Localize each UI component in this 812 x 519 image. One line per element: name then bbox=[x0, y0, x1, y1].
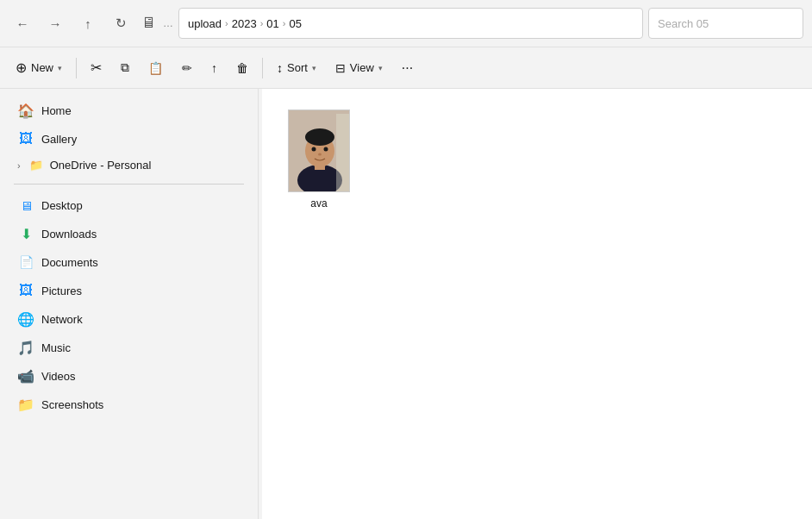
view-label: View bbox=[350, 61, 374, 74]
toolbar-separator-2 bbox=[262, 58, 263, 78]
main-layout: 🏠 Home 🖼 Gallery › 📁 OneDrive - Personal… bbox=[0, 89, 812, 519]
network-icon: 🌐 bbox=[17, 310, 34, 328]
sidebar-item-downloads-label: Downloads bbox=[41, 228, 221, 241]
cut-icon: ✂ bbox=[91, 59, 102, 76]
videos-icon: 📹 bbox=[17, 367, 34, 385]
onedrive-icon: 📁 bbox=[29, 159, 43, 172]
sidebar-item-gallery[interactable]: 🖼 Gallery bbox=[3, 125, 254, 153]
sidebar-item-screenshots[interactable]: 📁 Screenshots 📌 bbox=[3, 391, 254, 418]
desktop-icon: 🖥 bbox=[17, 197, 34, 214]
address-bar: ← → ↑ ↻ 🖥 … upload › 2023 › 01 › 05 Sear… bbox=[0, 0, 812, 47]
rename-button[interactable]: ✏ bbox=[173, 53, 201, 84]
breadcrumb-01[interactable]: 01 bbox=[266, 17, 278, 30]
refresh-button[interactable]: ↻ bbox=[107, 9, 134, 37]
forward-button[interactable]: → bbox=[41, 9, 69, 37]
sort-label: Sort bbox=[287, 61, 308, 74]
up-button[interactable]: ↑ bbox=[74, 9, 102, 37]
view-icon: ⊟ bbox=[335, 61, 346, 75]
svg-point-7 bbox=[318, 153, 322, 156]
file-thumbnail-ava bbox=[288, 109, 350, 192]
sidebar-item-desktop[interactable]: 🖥 Desktop 📌 bbox=[3, 191, 254, 219]
sidebar-item-screenshots-label: Screenshots bbox=[41, 398, 221, 411]
onedrive-expand-arrow: › bbox=[17, 160, 21, 171]
new-button[interactable]: ⊕ New ▾ bbox=[7, 53, 71, 84]
sidebar-item-pictures-label: Pictures bbox=[41, 285, 221, 297]
sidebar-item-home[interactable]: 🏠 Home bbox=[3, 97, 254, 124]
svg-point-5 bbox=[312, 147, 316, 152]
screenshots-icon: 📁 bbox=[17, 396, 34, 413]
new-icon: ⊕ bbox=[16, 59, 27, 76]
svg-point-6 bbox=[324, 147, 328, 152]
sort-caret: ▾ bbox=[312, 64, 316, 72]
more-button[interactable]: ··· bbox=[393, 53, 422, 84]
sidebar-item-music-label: Music bbox=[41, 341, 221, 354]
paste-button[interactable]: 📋 bbox=[140, 53, 172, 84]
back-button[interactable]: ← bbox=[9, 9, 36, 37]
breadcrumb-expand[interactable]: … bbox=[163, 17, 173, 29]
toolbar-separator-1 bbox=[76, 58, 77, 78]
breadcrumb[interactable]: upload › 2023 › 01 › 05 bbox=[178, 8, 643, 39]
svg-rect-8 bbox=[336, 114, 349, 192]
toolbar: ⊕ New ▾ ✂ ⧉ 📋 ✏ ↑ 🗑 ↕ Sort ▾ ⊟ View ▾ ··… bbox=[0, 47, 812, 89]
delete-button[interactable]: 🗑 bbox=[228, 53, 257, 84]
cut-button[interactable]: ✂ bbox=[82, 53, 110, 84]
gallery-icon: 🖼 bbox=[17, 130, 34, 147]
monitor-icon: 🖥 bbox=[141, 15, 156, 32]
sidebar-item-documents[interactable]: 📄 Documents 📌 bbox=[3, 248, 254, 276]
sidebar-item-documents-label: Documents bbox=[41, 256, 221, 269]
sort-button[interactable]: ↕ Sort ▾ bbox=[268, 53, 325, 84]
home-icon: 🏠 bbox=[17, 102, 34, 119]
sidebar-item-onedrive[interactable]: › 📁 OneDrive - Personal bbox=[3, 153, 254, 177]
search-placeholder: Search 05 bbox=[658, 17, 709, 30]
content-area: ava bbox=[262, 89, 812, 519]
breadcrumb-2023[interactable]: 2023 bbox=[232, 17, 257, 30]
downloads-icon: ⬇ bbox=[17, 225, 34, 242]
delete-icon: 🗑 bbox=[236, 61, 248, 75]
view-button[interactable]: ⊟ View ▾ bbox=[327, 53, 391, 84]
file-name-ava: ava bbox=[310, 197, 327, 209]
sidebar-item-music[interactable]: 🎵 Music 📌 bbox=[3, 334, 254, 361]
paste-icon: 📋 bbox=[148, 61, 163, 75]
sidebar-item-onedrive-label: OneDrive - Personal bbox=[50, 159, 152, 172]
search-box[interactable]: Search 05 bbox=[648, 8, 803, 39]
sidebar-item-videos[interactable]: 📹 Videos 📌 bbox=[3, 362, 254, 390]
sidebar-item-videos-label: Videos bbox=[41, 370, 221, 383]
breadcrumb-05[interactable]: 05 bbox=[289, 17, 301, 30]
sidebar-item-network-label: Network bbox=[41, 313, 221, 326]
sidebar-item-network[interactable]: 🌐 Network 📌 bbox=[3, 305, 254, 333]
rename-icon: ✏ bbox=[182, 61, 192, 75]
documents-icon: 📄 bbox=[17, 253, 34, 271]
music-icon: 🎵 bbox=[17, 339, 34, 356]
sidebar-item-downloads[interactable]: ⬇ Downloads 📌 bbox=[3, 220, 254, 247]
sort-icon: ↕ bbox=[277, 61, 283, 75]
sidebar-item-gallery-label: Gallery bbox=[41, 133, 240, 146]
copy-icon: ⧉ bbox=[121, 60, 129, 75]
new-caret: ▾ bbox=[58, 64, 62, 72]
more-icon: ··· bbox=[402, 60, 413, 76]
share-button[interactable]: ↑ bbox=[203, 53, 226, 84]
file-image-ava bbox=[289, 109, 349, 192]
breadcrumb-upload[interactable]: upload bbox=[188, 17, 222, 30]
file-item-ava[interactable]: ava bbox=[276, 103, 362, 216]
new-label: New bbox=[31, 61, 53, 74]
sidebar-item-desktop-label: Desktop bbox=[41, 199, 221, 212]
sidebar: 🏠 Home 🖼 Gallery › 📁 OneDrive - Personal… bbox=[0, 89, 259, 519]
pictures-icon: 🖼 bbox=[17, 282, 34, 299]
svg-point-4 bbox=[305, 128, 334, 146]
view-caret: ▾ bbox=[378, 64, 383, 72]
share-icon: ↑ bbox=[211, 61, 217, 75]
sidebar-item-home-label: Home bbox=[41, 104, 240, 117]
sidebar-divider bbox=[14, 184, 244, 184]
copy-button[interactable]: ⧉ bbox=[112, 53, 138, 84]
sidebar-item-pictures[interactable]: 🖼 Pictures 📌 bbox=[3, 277, 254, 304]
